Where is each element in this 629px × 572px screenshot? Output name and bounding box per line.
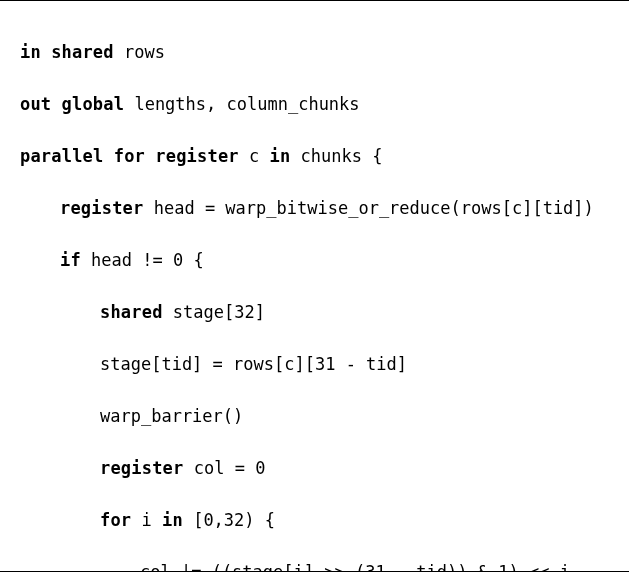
code-text: stage[tid] = rows[c][31 - tid] [100, 354, 407, 374]
code-line: register col = 0 [20, 455, 609, 481]
code-line: for i in [0,32) { [20, 507, 609, 533]
code-text: col = 0 [183, 458, 265, 478]
code-line: out global lengths, column_chunks [20, 91, 609, 117]
code-text: head = warp_bitwise_or_reduce(rows[c][ti… [143, 198, 593, 218]
keyword-for: for [114, 146, 145, 166]
code-text: c [239, 146, 270, 166]
keyword-shared: shared [51, 42, 114, 62]
keyword-register: register [100, 458, 183, 478]
code-text: chunks { [290, 146, 382, 166]
code-line: register head = warp_bitwise_or_reduce(r… [20, 195, 609, 221]
code-line: shared stage[32] [20, 299, 609, 325]
code-line: warp_barrier() [20, 403, 609, 429]
code-line: in shared rows [20, 39, 609, 65]
code-line: if head != 0 { [20, 247, 609, 273]
keyword-parallel: parallel [20, 146, 103, 166]
keyword-in: in [162, 510, 183, 530]
code-text: col |= ((stage[i] >> (31 - tid)) & 1) <<… [140, 562, 570, 572]
code-line: col |= ((stage[i] >> (31 - tid)) & 1) <<… [20, 559, 609, 572]
keyword-if: if [60, 250, 81, 270]
code-text: rows [114, 42, 165, 62]
code-text: lengths, column_chunks [124, 94, 359, 114]
keyword-for: for [100, 510, 131, 530]
code-listing: in shared rows out global lengths, colum… [0, 0, 629, 572]
code-line: parallel for register c in chunks { [20, 143, 609, 169]
keyword-in: in [20, 42, 41, 62]
code-text: stage[32] [163, 302, 265, 322]
code-line: stage[tid] = rows[c][31 - tid] [20, 351, 609, 377]
keyword-register: register [155, 146, 238, 166]
keyword-in: in [270, 146, 291, 166]
keyword-global: global [62, 94, 125, 114]
code-text: warp_barrier() [100, 406, 243, 426]
keyword-shared: shared [100, 302, 163, 322]
keyword-register: register [60, 198, 143, 218]
code-text: i [131, 510, 162, 530]
keyword-out: out [20, 94, 51, 114]
code-text: head != 0 { [81, 250, 204, 270]
code-text: [0,32) { [183, 510, 275, 530]
